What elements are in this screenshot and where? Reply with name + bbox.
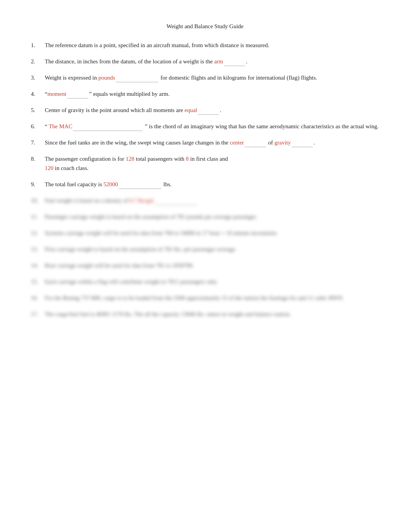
answer-text: 6.7 lbs/gal (129, 197, 154, 204)
list-item: 6.“ The MAC ” is the chord of an imagina… (31, 122, 379, 131)
item-number: 1. (31, 41, 45, 50)
item-content: Each carriage within a flag will contrib… (45, 277, 379, 286)
item-number: 9. (31, 180, 45, 189)
list-item: 10.Fuel weight is based on a density of … (31, 196, 379, 205)
answer-text: The MAC (49, 123, 72, 129)
answer-text: 120 (45, 165, 54, 171)
answer-text: 8 (186, 156, 189, 162)
item-number: 16. (31, 293, 45, 303)
item-number: 11. (31, 212, 45, 221)
item-number: 8. (31, 154, 45, 173)
list-item: 7.Since the fuel tanks are in the wing, … (31, 138, 379, 147)
item-number: 7. (31, 138, 45, 147)
item-content: Weight is expressed in pounds for domest… (45, 73, 379, 82)
list-item: 9.The total fuel capacity is 52000 lbs. (31, 180, 379, 189)
item-number: 13. (31, 245, 45, 254)
list-item: 5.Center of gravity is the point around … (31, 105, 379, 115)
list-item: 4.“moment” equals weight multiplied by a… (31, 89, 379, 99)
item-content: “ The MAC ” is the chord of an imaginary… (45, 122, 379, 131)
list-item: 8.The passenger configuration is for 128… (31, 154, 379, 173)
list-item: 15.Each carriage within a flag will cont… (31, 277, 379, 286)
item-content: Fuel weight is based on a density of 6.7… (45, 196, 379, 205)
list-item: 16.For the Boeing 737-800, cargo is to b… (31, 293, 379, 303)
item-number: 4. (31, 89, 45, 99)
list-item: 12.Systems carriage weight will be used … (31, 228, 379, 238)
page-title: Weight and Balance Study Guide (31, 23, 379, 30)
answer-text: moment (47, 91, 66, 97)
answer-text: arm (214, 58, 223, 65)
item-content: Systems carriage weight will be used for… (45, 228, 379, 238)
item-number: 3. (31, 73, 45, 82)
item-content: First carriage weight is based on the as… (45, 245, 379, 254)
list-item: 13.First carriage weight is based on the… (31, 245, 379, 254)
list-item: 14.Rear carriage weight will be used for… (31, 261, 379, 270)
item-content: The reference datum is a point, specifie… (45, 41, 379, 50)
answer-text: equal (185, 107, 197, 113)
item-number: 6. (31, 122, 45, 131)
item-content: For the Boeing 737-800, cargo is to be l… (45, 293, 379, 303)
item-number: 17. (31, 309, 45, 319)
item-number: 15. (31, 277, 45, 286)
item-number: 10. (31, 196, 45, 205)
item-content: Center of gravity is the point around wh… (45, 105, 379, 115)
list-item: 3.Weight is expressed in pounds for dome… (31, 73, 379, 82)
list-item: 11.Passenger carriage weight is based on… (31, 212, 379, 221)
item-content: Rear carriage weight will be used for da… (45, 261, 379, 270)
item-number: 5. (31, 105, 45, 115)
item-content: The total fuel capacity is 52000 lbs. (45, 180, 379, 189)
answer-text: 128 (126, 156, 135, 162)
item-content: Passenger carriage weight is based on th… (45, 212, 379, 221)
item-content: Since the fuel tanks are in the wing, th… (45, 138, 379, 147)
list-item: 2.The distance, in inches from the datum… (31, 57, 379, 66)
item-content: The cargo/fuel fuel is 46901 1170 lbs. T… (45, 309, 379, 319)
item-number: 2. (31, 57, 45, 66)
answer-text: center (230, 139, 244, 146)
answer-text: pounds (98, 75, 115, 81)
item-number: 14. (31, 261, 45, 270)
item-content: “moment” equals weight multiplied by arm… (45, 89, 379, 99)
answer-text: gravity (274, 139, 291, 146)
list-item: 17.The cargo/fuel fuel is 46901 1170 lbs… (31, 309, 379, 319)
item-number: 12. (31, 228, 45, 238)
answer-text: 52000 (103, 181, 118, 187)
item-content: The distance, in inches from the datum, … (45, 57, 379, 66)
item-content: The passenger configuration is for 128 t… (45, 154, 379, 173)
list-item: 1.The reference datum is a point, specif… (31, 41, 379, 50)
question-list: 1.The reference datum is a point, specif… (31, 41, 379, 319)
